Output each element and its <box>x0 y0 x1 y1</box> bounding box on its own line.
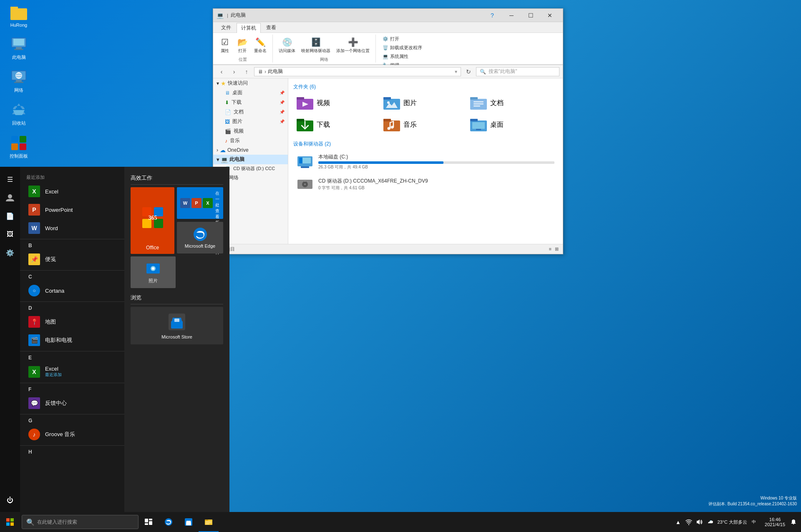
start-app-cortana[interactable]: ○ Cortana <box>20 281 124 300</box>
ribbon-btn-open-settings[interactable]: ⚙️ 打开 <box>379 35 403 43</box>
tray-weather-icon[interactable] <box>706 518 715 526</box>
desktop-icon-thispc[interactable]: 此电脑 <box>4 36 33 60</box>
properties-icon: ☑ <box>221 37 229 47</box>
start-app-excel1[interactable]: X Excel <box>20 182 124 201</box>
folder-item-documents[interactable]: 文档 <box>467 94 550 112</box>
window-close-btn[interactable]: ✕ <box>540 9 559 22</box>
taskbar-notification-btn[interactable] <box>788 512 798 532</box>
sidebar-documents[interactable]: 📄 <box>2 208 18 224</box>
nav-item-music[interactable]: ♪ 音乐 <box>213 136 288 146</box>
nav-group-thispc[interactable]: ▾ 💻 此电脑 <box>213 155 288 164</box>
folder-item-pictures[interactable]: 图片 <box>380 94 463 112</box>
sidebar-hamburger[interactable]: ☰ <box>2 171 18 188</box>
svg-rect-75 <box>206 524 209 524</box>
taskbar-show-desktop-btn[interactable] <box>798 512 801 532</box>
taskbar-taskview-btn[interactable] <box>139 512 159 532</box>
file-explorer-window: 💻 | 此电脑 ? ─ ☐ ✕ 文件 计算机 查看 <box>213 8 563 254</box>
devices-section-title: 设备和驱动器 (2) <box>293 141 558 148</box>
ribbon-btn-properties[interactable]: ☑ 属性 <box>217 35 233 55</box>
svg-rect-11 <box>16 80 22 82</box>
window-minimize-btn[interactable]: ─ <box>502 9 521 22</box>
start-app-powerpoint[interactable]: P PowerPoint <box>20 201 124 219</box>
desktop-icon-hurong[interactable]: HuRong <box>4 4 33 28</box>
view-list-icon[interactable]: ≡ <box>549 246 552 252</box>
nav-item-pictures[interactable]: 🖼 图片 📌 <box>213 117 288 126</box>
drive-name-c: 本地磁盘 (C:) <box>318 153 554 161</box>
ribbon-btn-uninstall[interactable]: 🗑️ 卸载或更改程序 <box>379 43 426 52</box>
start-tiles-panel: 高效工作 365 Office <box>124 167 229 512</box>
folder-item-downloads[interactable]: 下载 <box>293 115 377 134</box>
sidebar-power[interactable]: ⏻ <box>2 492 18 509</box>
start-app-groove[interactable]: ♪ Groove 音乐 <box>20 425 124 444</box>
taskbar-explorer-btn[interactable] <box>199 512 219 532</box>
start-sidebar: ☰ 📄 🖼 ⚙️ ⏻ <box>0 167 20 512</box>
taskbar-search-box[interactable]: 🔍 <box>22 515 139 529</box>
desktop-icon-recycle[interactable]: 回收站 <box>4 102 33 126</box>
svg-rect-55 <box>301 166 309 168</box>
tray-network-icon[interactable] <box>685 518 693 526</box>
folder-item-desktop[interactable]: 桌面 <box>467 115 550 134</box>
nav-item-videos[interactable]: 🎬 视频 <box>213 126 288 136</box>
taskbar-search-input[interactable] <box>37 519 134 525</box>
ribbon-btn-rename[interactable]: ✏️ 重命名 <box>252 35 269 55</box>
folder-item-music[interactable]: 音乐 <box>380 115 463 134</box>
ribbon-tab-file[interactable]: 文件 <box>217 23 236 33</box>
expand-onedrive-icon: › <box>217 147 218 153</box>
tray-expand-btn[interactable]: ▲ <box>674 518 682 526</box>
tile-store[interactable]: Microsoft Store <box>131 307 223 344</box>
tile-photos[interactable]: 照片 <box>131 256 176 288</box>
addr-refresh-btn[interactable]: ↻ <box>463 67 474 77</box>
start-app-word[interactable]: W Word <box>20 219 124 237</box>
address-search[interactable]: 🔍 搜索"此电脑" <box>476 67 559 76</box>
start-app-feedback[interactable]: 💬 反馈中心 <box>20 394 124 412</box>
window-title-text: | 此电脑 <box>227 12 481 19</box>
window-help-btn[interactable]: ? <box>483 9 502 22</box>
sidebar-settings[interactable]: ⚙️ <box>2 244 18 261</box>
nav-item-documents[interactable]: 📄 文档 📌 <box>213 107 288 117</box>
taskbar-clock[interactable]: 16:46 2021/4/15 <box>761 515 788 529</box>
sidebar-pictures[interactable]: 🖼 <box>2 226 18 243</box>
tile-edge[interactable]: Microsoft Edge <box>177 222 223 253</box>
tile-mail[interactable]: W P X 在一处查看所有邮件 邮件 <box>177 187 223 219</box>
ribbon-btn-access-media[interactable]: 💿 访问媒体 <box>276 35 298 55</box>
svg-rect-63 <box>10 522 14 526</box>
ribbon-btn-map-drive[interactable]: 🗄️ 映射网络驱动器 <box>299 35 333 55</box>
nav-item-desktop[interactable]: 🖥 桌面 📌 <box>213 88 288 98</box>
tile-office[interactable]: 365 Office <box>131 187 174 254</box>
ribbon-tab-view[interactable]: 查看 <box>262 23 281 33</box>
tray-input-icon[interactable]: 中 <box>750 518 758 526</box>
drive-item-d[interactable]: CD 驱动器 (D:) CCCOMA_X64FRE_ZH-CN_DV9 0 字节… <box>293 174 558 194</box>
folder-item-videos[interactable]: 视频 <box>293 94 377 112</box>
address-path[interactable]: 🖥 › 此电脑 ▾ <box>254 67 461 76</box>
svg-rect-29 <box>174 319 179 322</box>
taskbar-store-btn[interactable] <box>179 512 199 532</box>
addr-up-btn[interactable]: ↑ <box>242 67 252 77</box>
desktop-icon-network[interactable]: 网络 <box>4 69 33 93</box>
ribbon-btn-open[interactable]: 📂 打开 <box>234 35 251 55</box>
addr-back-btn[interactable]: ‹ <box>217 67 227 77</box>
taskbar-edge-btn[interactable] <box>159 512 179 532</box>
nav-group-onedrive[interactable]: › ☁ OneDrive <box>213 146 288 155</box>
path-dropdown-icon[interactable]: ▾ <box>455 69 457 75</box>
start-app-excel2[interactable]: X Excel 最近添加 <box>20 362 124 381</box>
view-grid-icon[interactable]: ⊞ <box>555 246 559 252</box>
sidebar-user[interactable] <box>2 189 18 206</box>
start-app-movies[interactable]: 🎬 电影和电视 <box>20 331 124 349</box>
window-maximize-btn[interactable]: ☐ <box>521 9 540 22</box>
tray-volume-icon[interactable] <box>695 518 704 526</box>
addr-forward-btn[interactable]: › <box>229 67 239 77</box>
ribbon-tab-computer[interactable]: 计算机 <box>237 23 261 33</box>
nav-item-downloads[interactable]: ⬇ 下载 📌 <box>213 98 288 107</box>
search-icon: 🔍 <box>480 69 486 75</box>
ribbon-btn-add-location[interactable]: ➕ 添加一个网络位置 <box>334 35 372 55</box>
nav-group-quick-access[interactable]: ▾ ★ 快速访问 <box>213 78 288 88</box>
folder-icon-desktop <box>470 117 487 132</box>
taskbar-search-icon: 🔍 <box>26 518 35 526</box>
desktop-icon-control[interactable]: 控制面板 <box>4 135 33 159</box>
drive-item-c[interactable]: 本地磁盘 (C:) 26.3 GB 可用，共 49.4 GB <box>293 151 558 173</box>
ribbon-btn-sys-props[interactable]: 💻 系统属性 <box>379 52 412 61</box>
start-button[interactable] <box>0 512 20 532</box>
start-app-maps[interactable]: 📍 地图 <box>20 313 124 331</box>
start-app-sticky[interactable]: 📌 便笺 <box>20 250 124 269</box>
clock-time: 16:46 <box>765 517 785 522</box>
